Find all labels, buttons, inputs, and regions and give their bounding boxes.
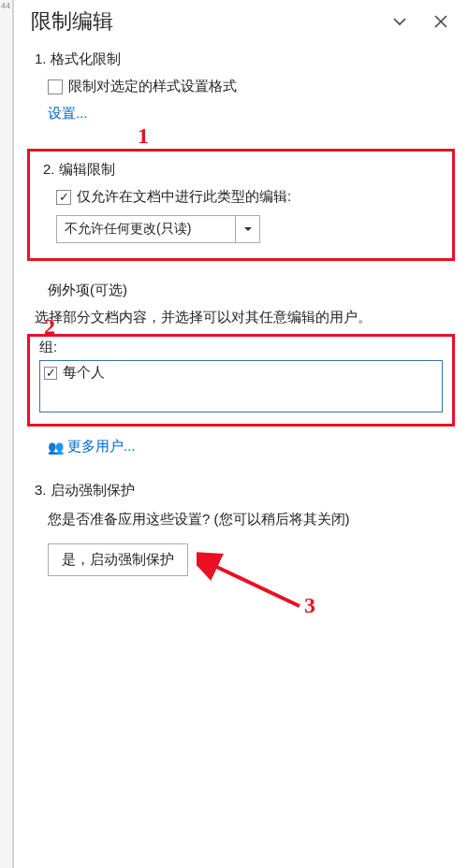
exceptions-desc: 选择部分文档内容，并选择可以对其任意编辑的用户。 xyxy=(35,309,449,326)
checkbox-icon[interactable] xyxy=(56,190,71,205)
pane-body: 1. 格式化限制 限制对选定的样式设置格式 设置... 2. 编辑限制 仅允许在… xyxy=(14,41,468,576)
pane-header: 限制编辑 xyxy=(14,0,468,41)
format-restrict-label: 限制对选定的样式设置格式 xyxy=(68,78,237,95)
pane-title: 限制编辑 xyxy=(31,7,389,36)
dropdown-value: 不允许任何更改(只读) xyxy=(57,216,235,242)
annotation-number-3: 3 xyxy=(304,593,315,618)
close-icon[interactable] xyxy=(431,11,451,32)
section3-title: 3. 启动强制保护 xyxy=(35,482,449,499)
edit-restrict-label: 仅允许在文档中进行此类型的编辑: xyxy=(77,188,291,206)
exceptions-title: 例外项(可选) xyxy=(48,282,449,299)
group-listbox[interactable]: 每个人 xyxy=(39,360,443,412)
settings-link[interactable]: 设置... xyxy=(48,105,88,121)
annotation-box-1: 2. 编辑限制 仅允许在文档中进行此类型的编辑: 不允许任何更改(只读) xyxy=(27,149,455,261)
section3-desc: 您是否准备应用这些设置? (您可以稍后将其关闭) xyxy=(48,509,449,530)
start-enforcement-button[interactable]: 是，启动强制保护 xyxy=(48,543,188,576)
vertical-ruler: 44 xyxy=(0,0,13,868)
people-icon: 👥 xyxy=(48,440,64,455)
chevron-down-icon[interactable] xyxy=(389,11,410,32)
group-label: 组: xyxy=(39,339,443,356)
list-item[interactable]: 每个人 xyxy=(44,364,438,382)
checkbox-icon[interactable] xyxy=(44,367,57,380)
more-users-label: 更多用户... xyxy=(67,438,136,456)
section2-title: 2. 编辑限制 xyxy=(43,161,439,179)
format-restrict-checkbox-row[interactable]: 限制对选定的样式设置格式 xyxy=(48,78,449,95)
restrict-editing-pane: 限制编辑 1. 格式化限制 限制对选定的样式设置格式 设置... 2. 编辑限制… xyxy=(13,0,468,868)
edit-type-dropdown[interactable]: 不允许任何更改(只读) xyxy=(56,215,260,243)
annotation-box-2: 组: 每个人 xyxy=(27,334,455,427)
more-users-link[interactable]: 👥 更多用户... xyxy=(35,438,449,456)
checkbox-icon[interactable] xyxy=(48,80,63,94)
section1-title: 1. 格式化限制 xyxy=(35,51,449,68)
caret-down-icon[interactable] xyxy=(235,216,259,242)
ruler-tick: 44 xyxy=(0,0,11,11)
group-item-label: 每个人 xyxy=(63,364,105,382)
edit-restrict-checkbox-row[interactable]: 仅允许在文档中进行此类型的编辑: xyxy=(56,188,439,206)
